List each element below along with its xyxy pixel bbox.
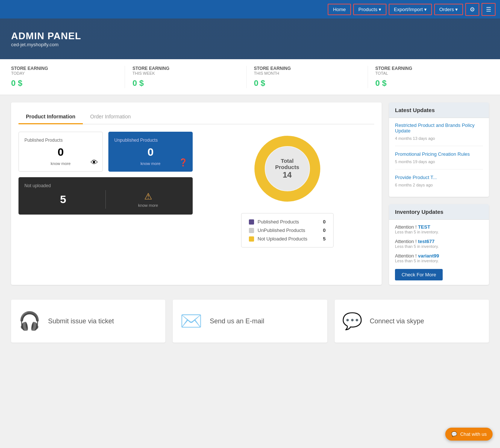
inventory-item-1: Attention ! test677 Less than 5 in inven… bbox=[395, 239, 483, 249]
footer-card-email[interactable]: ✉️ Send us an E-mail bbox=[173, 300, 327, 343]
tab-product-information[interactable]: Product Information bbox=[18, 110, 83, 124]
earning-week: STORE EARNING THIS WEEK 0 $ bbox=[125, 66, 246, 88]
earnings-bar: STORE EARNING TODAY 0 $ STORE EARNING TH… bbox=[0, 59, 500, 95]
admin-panel-title: ADMIN PANEL bbox=[11, 30, 81, 42]
inventory-item-0: Attention ! TEST Less than 5 in inventor… bbox=[395, 224, 483, 234]
earning-week-period: THIS WEEK bbox=[132, 71, 239, 75]
chart-column: Total Products 14 Published Products 0 U… bbox=[200, 132, 374, 247]
not-uploaded-value: 5 bbox=[24, 193, 102, 206]
inventory-updates-box: Inventory Updates Attention ! TEST Less … bbox=[389, 204, 489, 285]
tab-order-information[interactable]: Order Information bbox=[83, 110, 138, 124]
tabs-bar: Product Information Order Information bbox=[18, 110, 374, 124]
update-link-0[interactable]: Restricted Product and Brands Policy Upd… bbox=[395, 122, 483, 134]
nav-home[interactable]: Home bbox=[328, 4, 351, 15]
unpublished-products-card: Unpublished Products 0 know more ❓ bbox=[108, 132, 193, 172]
total-products-value: 14 bbox=[269, 170, 306, 180]
update-item-0: Restricted Product and Brands Policy Upd… bbox=[395, 122, 483, 146]
headset-icon: 🎧 bbox=[18, 311, 41, 331]
update-link-1[interactable]: Promotional Pricing Creation Rules bbox=[395, 151, 483, 157]
inventory-text-0: Attention ! TEST bbox=[395, 224, 483, 230]
chart-legend: Published Products 0 UnPublished Product… bbox=[241, 213, 334, 247]
update-time-1: 5 months 19 days ago bbox=[395, 159, 435, 164]
footer-cards: 🎧 Submit issue via ticket ✉️ Send us an … bbox=[0, 292, 500, 354]
check-more-button[interactable]: Check For More bbox=[395, 269, 443, 280]
update-link-2[interactable]: Provide Product T... bbox=[395, 175, 483, 180]
unpublished-know-more[interactable]: know more bbox=[114, 161, 187, 166]
warning-icon: ⚠ bbox=[109, 191, 187, 202]
top-cards-row: Published Products 0 know more 👁 Unpubli… bbox=[18, 132, 193, 172]
dark-card-inner: 5 ⚠ know more bbox=[24, 190, 187, 209]
legend-label-published: Published Products bbox=[258, 219, 323, 225]
not-uploaded-card: Not uploaded 5 ⚠ know more bbox=[18, 177, 193, 215]
earning-week-value: 0 $ bbox=[132, 78, 239, 88]
inventory-prefix-0: Attention ! bbox=[395, 224, 417, 230]
inventory-text-1: Attention ! test677 bbox=[395, 239, 483, 244]
update-time-0: 4 months 13 days ago bbox=[395, 136, 435, 141]
not-uploaded-value-col: 5 bbox=[24, 190, 102, 209]
latest-updates-header: Latest Updates bbox=[389, 102, 489, 118]
earning-week-label: STORE EARNING bbox=[132, 66, 239, 71]
footer-card-ticket[interactable]: 🎧 Submit issue via ticket bbox=[11, 300, 165, 343]
nav-products[interactable]: Products ▾ bbox=[353, 4, 386, 15]
published-card-value: 0 bbox=[24, 146, 97, 158]
legend-unpublished: UnPublished Products 0 bbox=[249, 228, 326, 233]
nav-exportimport[interactable]: Export/Import ▾ bbox=[389, 4, 432, 15]
earning-total-value: 0 $ bbox=[375, 78, 482, 88]
not-uploaded-know-more[interactable]: know more bbox=[109, 203, 187, 208]
inventory-prefix-2: Attention ! bbox=[395, 253, 417, 259]
cards-column: Published Products 0 know more 👁 Unpubli… bbox=[18, 132, 193, 247]
inventory-link-0[interactable]: TEST bbox=[418, 224, 430, 230]
nav-orders[interactable]: Orders ▾ bbox=[434, 4, 463, 15]
legend-val-published: 0 bbox=[323, 219, 325, 225]
not-uploaded-title: Not uploaded bbox=[24, 183, 187, 188]
footer-skype-label: Connect via skype bbox=[370, 317, 424, 325]
earning-month-period: THIS MONTH bbox=[254, 71, 360, 75]
earning-today-period: TODAY bbox=[11, 71, 117, 75]
total-products-label: Total Products bbox=[269, 158, 306, 170]
published-products-card: Published Products 0 know more 👁 bbox=[18, 132, 103, 172]
inventory-link-1[interactable]: test677 bbox=[418, 239, 435, 244]
eye-icon: 👁 bbox=[91, 158, 98, 167]
left-inner: Published Products 0 know more 👁 Unpubli… bbox=[18, 132, 374, 247]
legend-val-unpublished: 0 bbox=[323, 228, 325, 233]
store-url: ced-jet.myshopify.com bbox=[11, 42, 81, 47]
legend-published: Published Products 0 bbox=[249, 219, 326, 225]
earning-month-label: STORE EARNING bbox=[254, 66, 360, 71]
update-item-2: Provide Product T... 6 months 2 days ago bbox=[395, 175, 483, 192]
footer-card-skype[interactable]: 💬 Connect via skype bbox=[335, 300, 489, 343]
published-know-more[interactable]: know more bbox=[24, 161, 97, 166]
earning-total-period: TOTAL bbox=[375, 71, 482, 75]
earning-today-label: STORE EARNING bbox=[11, 66, 117, 71]
gear-icon[interactable]: ⚙ bbox=[465, 3, 479, 16]
skype-icon: 💬 bbox=[342, 311, 362, 331]
question-circle-icon: ❓ bbox=[179, 158, 188, 167]
legend-val-not-uploaded: 5 bbox=[323, 236, 325, 242]
left-panel: Product Information Order Information Pu… bbox=[11, 102, 382, 285]
legend-label-unpublished: UnPublished Products bbox=[258, 228, 323, 233]
main-content: Product Information Order Information Pu… bbox=[0, 95, 500, 292]
inventory-link-2[interactable]: variant99 bbox=[418, 253, 439, 259]
not-uploaded-warning-col: ⚠ know more bbox=[109, 191, 187, 208]
navbar: Home Products ▾ Export/Import ▾ Orders ▾… bbox=[0, 0, 500, 18]
right-panel: Latest Updates Restricted Product and Br… bbox=[389, 102, 489, 285]
legend-dot-unpublished bbox=[249, 228, 254, 233]
inventory-updates-body: Attention ! TEST Less than 5 in inventor… bbox=[389, 220, 489, 285]
update-time-2: 6 months 2 days ago bbox=[395, 183, 433, 187]
inventory-sub-1: Less than 5 in inventory. bbox=[395, 244, 483, 249]
hamburger-menu-icon[interactable]: ☰ bbox=[482, 3, 496, 16]
donut-chart: Total Products 14 bbox=[250, 132, 324, 206]
email-icon: ✉️ bbox=[180, 311, 202, 331]
earning-today-value: 0 $ bbox=[11, 78, 117, 88]
legend-not-uploaded: Not Uploaded Products 5 bbox=[249, 236, 326, 242]
latest-updates-body: Restricted Product and Brands Policy Upd… bbox=[389, 118, 489, 197]
footer-ticket-label: Submit issue via ticket bbox=[48, 317, 114, 325]
legend-dot-not-uploaded bbox=[249, 236, 254, 242]
inventory-sub-2: Less than 5 in inventory. bbox=[395, 259, 483, 263]
hero-section: ADMIN PANEL ced-jet.myshopify.com bbox=[11, 30, 81, 47]
earning-month: STORE EARNING THIS MONTH 0 $ bbox=[247, 66, 368, 88]
update-item-1: Promotional Pricing Creation Rules 5 mon… bbox=[395, 151, 483, 169]
earning-total: STORE EARNING TOTAL 0 $ bbox=[368, 66, 489, 88]
inventory-sub-0: Less than 5 in inventory. bbox=[395, 230, 483, 234]
inventory-updates-header: Inventory Updates bbox=[389, 204, 489, 220]
earning-month-value: 0 $ bbox=[254, 78, 360, 88]
